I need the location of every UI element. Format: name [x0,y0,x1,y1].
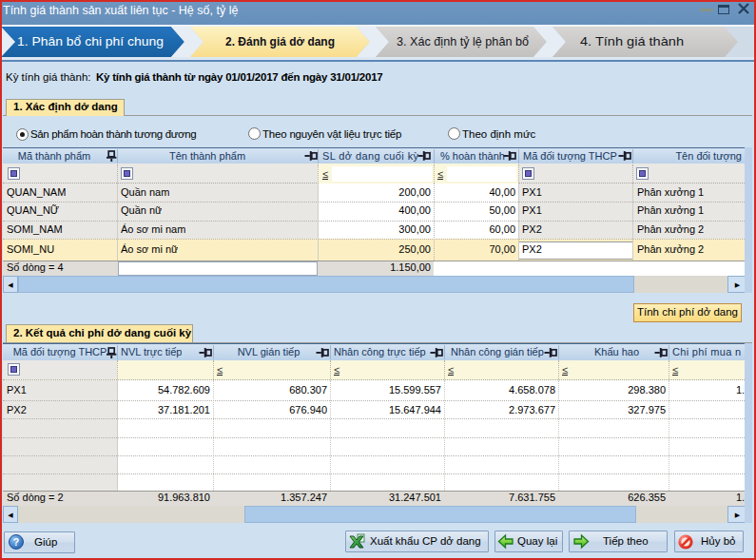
svg-text:3. Xác định tỷ lệ phân bổ: 3. Xác định tỷ lệ phân bổ [397,33,529,48]
svg-text:2. Đánh giá dở dang: 2. Đánh giá dở dang [225,33,335,48]
svg-text:1. Phân bổ chi phí chung: 1. Phân bổ chi phí chung [17,33,164,48]
svg-text:4. Tính giá thành: 4. Tính giá thành [580,33,684,48]
